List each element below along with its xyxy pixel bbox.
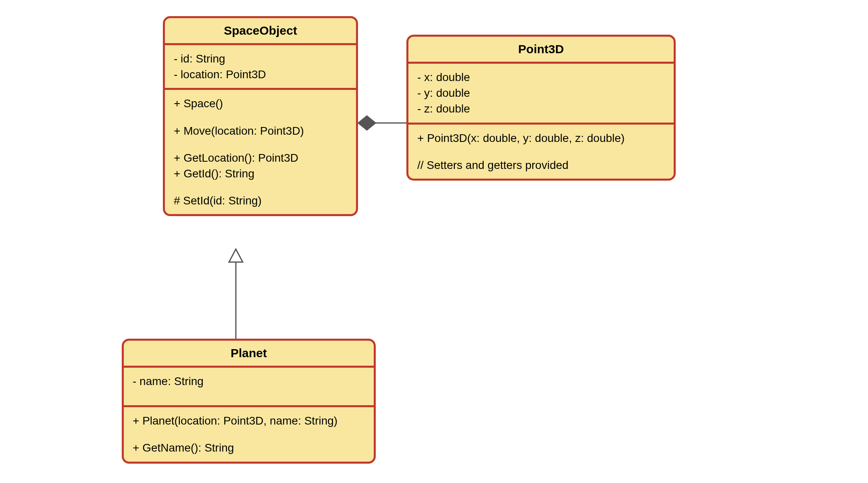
op-row: + Move(location: Point3D) [174,123,347,139]
op-row: + GetLocation(): Point3D [174,150,347,166]
attr-row: - x: double [417,69,665,85]
class-title: SpaceObject [165,18,356,45]
class-point3d: Point3D - x: double - y: double - z: dou… [406,35,676,181]
class-title: Planet [124,341,374,368]
uml-diagram-canvas: SpaceObject - id: String - location: Poi… [0,0,868,483]
op-row: + GetId(): String [174,166,347,181]
class-spaceobject: SpaceObject - id: String - location: Poi… [163,16,358,216]
attr-row: - y: double [417,85,665,101]
op-row: // Setters and getters provided [417,157,665,173]
attr-row: - z: double [417,101,665,117]
op-row: + GetName(): String [133,440,365,456]
op-row: + Space() [174,96,347,111]
composition-diamond-icon [358,116,376,130]
attr-row: - id: String [174,51,347,67]
class-operations: + Space() + Move(location: Point3D) + Ge… [165,90,356,214]
class-attributes: - id: String - location: Point3D [165,45,356,90]
class-attributes: - name: String [124,368,374,407]
op-row: # SetId(id: String) [174,193,347,208]
op-row: + Point3D(x: double, y: double, z: doubl… [417,130,665,146]
op-row: + Planet(location: Point3D, name: String… [133,413,365,429]
class-planet: Planet - name: String + Planet(location:… [122,339,376,464]
attr-row: - name: String [133,373,365,389]
class-title: Point3D [408,37,674,64]
class-operations: + Planet(location: Point3D, name: String… [124,407,374,461]
attr-row: - location: Point3D [174,67,347,82]
class-operations: + Point3D(x: double, y: double, z: doubl… [408,125,674,179]
class-attributes: - x: double - y: double - z: double [408,64,674,125]
inheritance-triangle-icon [229,249,243,262]
